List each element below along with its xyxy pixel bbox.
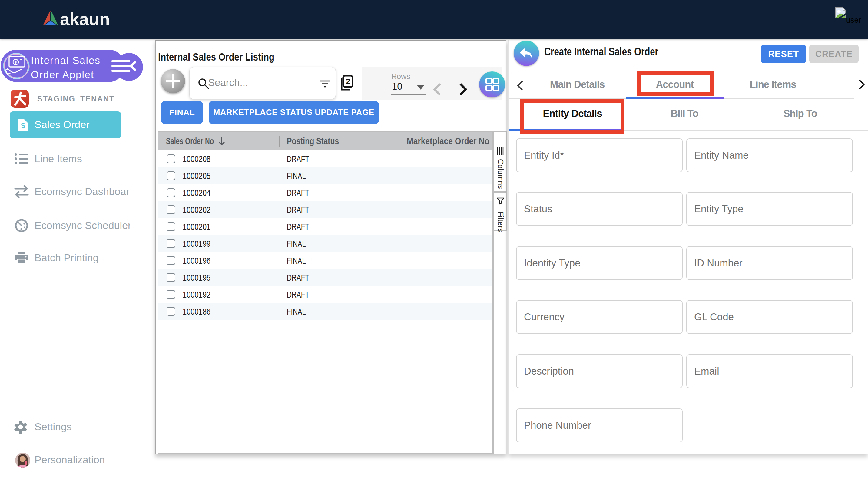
svg-text:2: 2 xyxy=(346,77,350,86)
svg-text:$: $ xyxy=(21,121,25,130)
